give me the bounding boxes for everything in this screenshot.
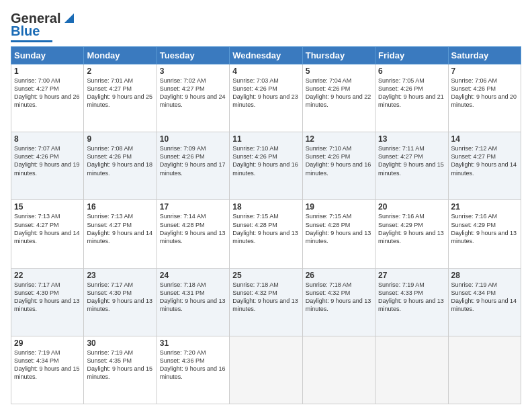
day-number: 6 — [378, 66, 445, 76]
week-row-1: 1 Sunrise: 7:00 AM Sunset: 4:27 PM Dayli… — [11, 64, 521, 132]
page: General Blue SundayMondayTuesdayWednesda… — [0, 0, 532, 411]
week-row-2: 8 Sunrise: 7:07 AM Sunset: 4:26 PM Dayli… — [11, 132, 521, 200]
day-cell — [448, 336, 521, 404]
day-number: 13 — [378, 134, 445, 144]
day-cell: 10 Sunrise: 7:09 AM Sunset: 4:26 PM Dayl… — [157, 132, 229, 200]
day-header-saturday: Saturday — [448, 47, 521, 64]
logo-blue: Blue — [11, 24, 40, 39]
day-cell: 5 Sunrise: 7:04 AM Sunset: 4:26 PM Dayli… — [302, 64, 375, 132]
day-cell: 22 Sunrise: 7:17 AM Sunset: 4:30 PM Dayl… — [11, 268, 84, 336]
logo: General Blue — [11, 11, 77, 42]
svg-marker-0 — [64, 13, 74, 23]
day-number: 8 — [14, 134, 81, 144]
week-row-3: 15 Sunrise: 7:13 AM Sunset: 4:27 PM Dayl… — [11, 200, 521, 268]
day-info: Sunrise: 7:03 AM Sunset: 4:26 PM Dayligh… — [232, 77, 298, 108]
day-info: Sunrise: 7:18 AM Sunset: 4:32 PM Dayligh… — [232, 281, 298, 312]
day-number: 10 — [160, 134, 226, 144]
day-info: Sunrise: 7:07 AM Sunset: 4:26 PM Dayligh… — [14, 145, 80, 176]
day-info: Sunrise: 7:15 AM Sunset: 4:28 PM Dayligh… — [306, 213, 371, 244]
day-info: Sunrise: 7:19 AM Sunset: 4:33 PM Dayligh… — [378, 281, 444, 312]
day-number: 7 — [451, 66, 518, 76]
day-number: 4 — [232, 66, 299, 76]
day-cell: 6 Sunrise: 7:05 AM Sunset: 4:26 PM Dayli… — [375, 64, 448, 132]
day-info: Sunrise: 7:19 AM Sunset: 4:35 PM Dayligh… — [87, 349, 152, 380]
header: General Blue — [11, 8, 521, 42]
day-cell — [230, 336, 302, 404]
day-number: 14 — [451, 134, 518, 144]
day-cell: 12 Sunrise: 7:10 AM Sunset: 4:26 PM Dayl… — [302, 132, 375, 200]
logo-underline — [11, 40, 52, 42]
day-cell: 7 Sunrise: 7:06 AM Sunset: 4:26 PM Dayli… — [448, 64, 521, 132]
day-cell: 29 Sunrise: 7:19 AM Sunset: 4:34 PM Dayl… — [11, 336, 84, 404]
day-info: Sunrise: 7:16 AM Sunset: 4:29 PM Dayligh… — [378, 213, 444, 244]
day-info: Sunrise: 7:11 AM Sunset: 4:27 PM Dayligh… — [378, 145, 444, 176]
day-cell: 21 Sunrise: 7:16 AM Sunset: 4:29 PM Dayl… — [448, 200, 521, 268]
day-cell: 23 Sunrise: 7:17 AM Sunset: 4:30 PM Dayl… — [84, 268, 157, 336]
day-info: Sunrise: 7:13 AM Sunset: 4:27 PM Dayligh… — [87, 213, 152, 244]
day-info: Sunrise: 7:19 AM Sunset: 4:34 PM Dayligh… — [451, 281, 517, 312]
day-cell: 25 Sunrise: 7:18 AM Sunset: 4:32 PM Dayl… — [230, 268, 302, 336]
day-cell: 20 Sunrise: 7:16 AM Sunset: 4:29 PM Dayl… — [375, 200, 448, 268]
day-number: 2 — [87, 66, 153, 76]
day-cell — [375, 336, 448, 404]
day-header-friday: Friday — [375, 47, 448, 64]
day-cell: 16 Sunrise: 7:13 AM Sunset: 4:27 PM Dayl… — [84, 200, 157, 268]
day-number: 17 — [160, 202, 226, 212]
day-number: 1 — [14, 66, 81, 76]
day-info: Sunrise: 7:08 AM Sunset: 4:26 PM Dayligh… — [87, 145, 152, 176]
day-cell: 3 Sunrise: 7:02 AM Sunset: 4:27 PM Dayli… — [157, 64, 229, 132]
day-cell: 24 Sunrise: 7:18 AM Sunset: 4:31 PM Dayl… — [157, 268, 229, 336]
day-cell — [302, 336, 375, 404]
day-number: 19 — [306, 202, 372, 212]
day-cell: 30 Sunrise: 7:19 AM Sunset: 4:35 PM Dayl… — [84, 336, 157, 404]
day-cell: 31 Sunrise: 7:20 AM Sunset: 4:36 PM Dayl… — [157, 336, 229, 404]
day-number: 20 — [378, 202, 445, 212]
day-info: Sunrise: 7:01 AM Sunset: 4:27 PM Dayligh… — [87, 77, 152, 108]
day-cell: 9 Sunrise: 7:08 AM Sunset: 4:26 PM Dayli… — [84, 132, 157, 200]
day-info: Sunrise: 7:06 AM Sunset: 4:26 PM Dayligh… — [451, 77, 517, 108]
day-info: Sunrise: 7:10 AM Sunset: 4:26 PM Dayligh… — [306, 145, 371, 176]
day-cell: 19 Sunrise: 7:15 AM Sunset: 4:28 PM Dayl… — [302, 200, 375, 268]
day-info: Sunrise: 7:16 AM Sunset: 4:29 PM Dayligh… — [451, 213, 517, 244]
day-number: 12 — [306, 134, 372, 144]
day-number: 11 — [232, 134, 299, 144]
day-cell: 8 Sunrise: 7:07 AM Sunset: 4:26 PM Dayli… — [11, 132, 84, 200]
day-number: 24 — [160, 271, 226, 280]
day-info: Sunrise: 7:14 AM Sunset: 4:28 PM Dayligh… — [160, 213, 226, 244]
day-cell: 4 Sunrise: 7:03 AM Sunset: 4:26 PM Dayli… — [230, 64, 302, 132]
day-info: Sunrise: 7:09 AM Sunset: 4:26 PM Dayligh… — [160, 145, 226, 176]
day-cell: 28 Sunrise: 7:19 AM Sunset: 4:34 PM Dayl… — [448, 268, 521, 336]
day-number: 31 — [160, 338, 226, 348]
day-number: 5 — [306, 66, 372, 76]
day-info: Sunrise: 7:17 AM Sunset: 4:30 PM Dayligh… — [14, 281, 80, 312]
day-cell: 26 Sunrise: 7:18 AM Sunset: 4:32 PM Dayl… — [302, 268, 375, 336]
day-number: 22 — [14, 271, 81, 280]
calendar-header: SundayMondayTuesdayWednesdayThursdayFrid… — [11, 47, 521, 64]
day-number: 23 — [87, 271, 153, 280]
day-number: 21 — [451, 202, 518, 212]
day-number: 15 — [14, 202, 81, 212]
day-cell: 11 Sunrise: 7:10 AM Sunset: 4:26 PM Dayl… — [230, 132, 302, 200]
day-cell: 15 Sunrise: 7:13 AM Sunset: 4:27 PM Dayl… — [11, 200, 84, 268]
day-info: Sunrise: 7:10 AM Sunset: 4:26 PM Dayligh… — [232, 145, 298, 176]
day-info: Sunrise: 7:18 AM Sunset: 4:32 PM Dayligh… — [306, 281, 371, 312]
day-number: 30 — [87, 338, 153, 348]
day-header-wednesday: Wednesday — [230, 47, 302, 64]
day-cell: 2 Sunrise: 7:01 AM Sunset: 4:27 PM Dayli… — [84, 64, 157, 132]
day-header-thursday: Thursday — [302, 47, 375, 64]
day-number: 3 — [160, 66, 226, 76]
day-cell: 18 Sunrise: 7:15 AM Sunset: 4:28 PM Dayl… — [230, 200, 302, 268]
calendar-body: 1 Sunrise: 7:00 AM Sunset: 4:27 PM Dayli… — [11, 64, 521, 404]
day-info: Sunrise: 7:05 AM Sunset: 4:26 PM Dayligh… — [378, 77, 444, 108]
day-number: 29 — [14, 338, 81, 348]
day-number: 28 — [451, 271, 518, 280]
logo-icon — [62, 11, 77, 26]
day-cell: 1 Sunrise: 7:00 AM Sunset: 4:27 PM Dayli… — [11, 64, 84, 132]
day-info: Sunrise: 7:15 AM Sunset: 4:28 PM Dayligh… — [232, 213, 298, 244]
day-info: Sunrise: 7:17 AM Sunset: 4:30 PM Dayligh… — [87, 281, 152, 312]
day-header-monday: Monday — [84, 47, 157, 64]
day-number: 26 — [306, 271, 372, 280]
day-info: Sunrise: 7:04 AM Sunset: 4:26 PM Dayligh… — [306, 77, 371, 108]
week-row-5: 29 Sunrise: 7:19 AM Sunset: 4:34 PM Dayl… — [11, 336, 521, 404]
day-header-tuesday: Tuesday — [157, 47, 229, 64]
